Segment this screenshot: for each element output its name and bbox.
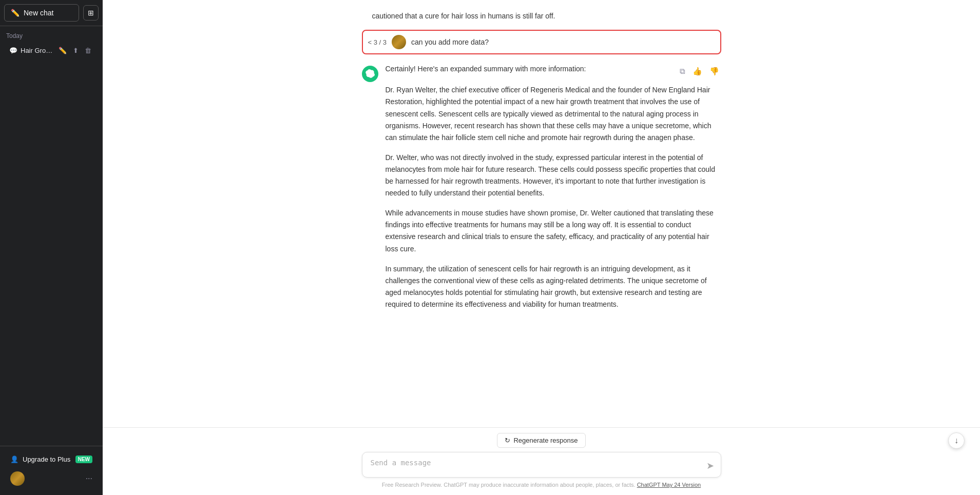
thumbs-down-button[interactable]: 👎 xyxy=(707,65,721,78)
new-badge: NEW xyxy=(75,456,92,463)
message-input[interactable] xyxy=(362,452,721,478)
ai-message-content: Certainly! Here's an expanded summary wi… xyxy=(386,65,721,310)
user-message-text: can you add more data? xyxy=(411,38,489,46)
ai-paragraph-3: While advancements in mouse studies have… xyxy=(386,207,721,254)
ai-message-header: Certainly! Here's an expanded summary wi… xyxy=(386,65,721,78)
regenerate-row: ↻ Regenerate response xyxy=(362,433,721,448)
sidebar-top: ✏️ New chat ⊞ xyxy=(0,0,103,26)
ai-message-row: Certainly! Here's an expanded summary wi… xyxy=(362,65,721,310)
chat-icon: 💬 xyxy=(9,47,17,54)
chat-viewport: cautioned that a cure for hair loss in h… xyxy=(103,0,980,495)
share-chat-button[interactable]: ⬆ xyxy=(71,46,81,55)
send-button[interactable]: ➤ xyxy=(704,458,716,473)
layout-toggle-button[interactable]: ⊞ xyxy=(83,5,99,21)
footer-link[interactable]: ChatGPT May 24 Version xyxy=(637,482,701,488)
chat-item-text: Hair Growth Treatm… xyxy=(21,47,56,54)
upgrade-label: Upgrade to Plus xyxy=(23,456,70,463)
chat-messages-wrapper: < 3 / 3 can you add more data? xyxy=(352,30,732,310)
prev-message-snippet: cautioned that a cure for hair loss in h… xyxy=(362,10,721,22)
new-chat-label: New chat xyxy=(24,9,53,17)
main-content: cautioned that a cure for hair loss in h… xyxy=(103,0,980,495)
footer-main-text: Free Research Preview. ChatGPT may produ… xyxy=(382,482,636,488)
input-area: ↻ Regenerate response ➤ Free Research Pr… xyxy=(103,427,980,495)
rename-chat-button[interactable]: ✏️ xyxy=(56,46,69,55)
scroll-down-button[interactable]: ↓ xyxy=(948,432,965,449)
sidebar-item-hair-growth[interactable]: 💬 Hair Growth Treatm… ✏️ ⬆ 🗑 xyxy=(3,42,100,60)
today-section-label: Today xyxy=(0,26,103,42)
user-avatar-image xyxy=(10,471,25,486)
copy-button[interactable]: ⧉ xyxy=(678,65,687,78)
user-avatar-small-image xyxy=(392,35,406,49)
message-nav: < 3 / 3 xyxy=(368,38,387,46)
user-avatar-small xyxy=(392,35,406,49)
chat-item-actions: ✏️ ⬆ 🗑 xyxy=(56,46,93,55)
prev-snippet-text: cautioned that a cure for hair loss in h… xyxy=(372,12,555,20)
input-row: ➤ xyxy=(362,452,721,480)
person-icon: 👤 xyxy=(10,456,18,463)
regenerate-icon: ↻ xyxy=(505,437,510,444)
footer-text: Free Research Preview. ChatGPT may produ… xyxy=(362,480,721,492)
regenerate-label: Regenerate response xyxy=(513,437,578,444)
upgrade-to-plus-button[interactable]: 👤 Upgrade to Plus NEW xyxy=(4,451,99,467)
sidebar: ✏️ New chat ⊞ Today 💬 Hair Growth Treatm… xyxy=(0,0,103,495)
delete-chat-button[interactable]: 🗑 xyxy=(83,46,93,55)
thumbs-up-button[interactable]: 👍 xyxy=(690,65,704,78)
user-more-button[interactable]: ··· xyxy=(86,474,92,483)
user-avatar xyxy=(10,471,25,486)
ai-message-body: Dr. Ryan Welter, the chief executive off… xyxy=(386,84,721,310)
scroll-down-icon: ↓ xyxy=(954,436,958,445)
chatgpt-logo-icon xyxy=(366,69,375,78)
new-chat-button[interactable]: ✏️ New chat xyxy=(4,4,79,22)
ai-message-actions: ⧉ 👍 👎 xyxy=(678,65,721,78)
send-icon: ➤ xyxy=(706,461,714,471)
sidebar-bottom: 👤 Upgrade to Plus NEW ··· xyxy=(0,446,103,495)
ai-paragraph-2: Dr. Welter, who was not directly involve… xyxy=(386,152,721,199)
ai-paragraph-4: In summary, the utilization of senescent… xyxy=(386,263,721,310)
chat-area[interactable]: cautioned that a cure for hair loss in h… xyxy=(103,0,980,427)
user-row[interactable]: ··· xyxy=(4,467,99,490)
chat-item-label: 💬 Hair Growth Treatm… xyxy=(9,47,56,54)
ai-message-intro: Certainly! Here's an expanded summary wi… xyxy=(386,65,586,73)
layout-icon: ⊞ xyxy=(88,9,94,17)
edit-icon: ✏️ xyxy=(11,9,20,17)
ai-paragraph-1: Dr. Ryan Welter, the chief executive off… xyxy=(386,84,721,143)
user-message-row: < 3 / 3 can you add more data? xyxy=(362,30,721,54)
regenerate-button[interactable]: ↻ Regenerate response xyxy=(497,433,585,448)
ai-avatar xyxy=(362,66,378,82)
